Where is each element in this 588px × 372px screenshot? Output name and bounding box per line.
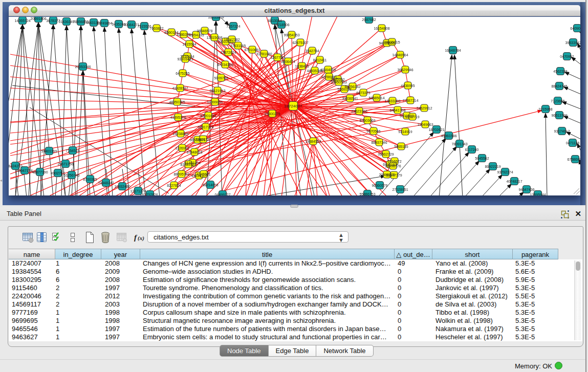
svg-text:81489325: 81489325 xyxy=(180,163,196,166)
svg-text:24238849: 24238849 xyxy=(172,132,188,136)
svg-text:18347382: 18347382 xyxy=(224,38,239,41)
svg-text:74529912: 74529912 xyxy=(416,106,432,110)
svg-text:5045562: 5045562 xyxy=(475,157,489,160)
svg-text:41395376: 41395376 xyxy=(170,116,186,119)
svg-text:87234309: 87234309 xyxy=(217,63,233,67)
svg-text:33872624: 33872624 xyxy=(220,51,236,54)
svg-text:08317278: 08317278 xyxy=(198,125,213,129)
svg-text:13315098: 13315098 xyxy=(206,36,222,39)
svg-text:6073375: 6073375 xyxy=(356,91,370,95)
svg-text:01436349: 01436349 xyxy=(58,20,74,24)
svg-text:19049663: 19049663 xyxy=(417,123,433,126)
svg-text:93174612: 93174612 xyxy=(554,129,570,133)
svg-text:8324210: 8324210 xyxy=(9,164,23,168)
svg-text:60256342: 60256342 xyxy=(344,85,360,89)
svg-text:28498776: 28498776 xyxy=(385,164,401,168)
svg-text:55886753: 55886753 xyxy=(359,192,375,196)
svg-text:6409097: 6409097 xyxy=(570,27,580,30)
svg-text:53147379: 53147379 xyxy=(386,173,402,177)
svg-text:9232719: 9232719 xyxy=(405,115,419,119)
svg-text:4436995: 4436995 xyxy=(401,84,415,87)
svg-text:04499727: 04499727 xyxy=(214,193,230,196)
svg-text:13433200: 13433200 xyxy=(384,99,400,103)
svg-text:40748217: 40748217 xyxy=(506,180,522,183)
svg-text:08835615: 08835615 xyxy=(384,40,400,44)
svg-text:(x): (x) xyxy=(138,235,144,242)
svg-text:08121913: 08121913 xyxy=(209,89,225,93)
svg-text:23623166: 23623166 xyxy=(351,110,367,113)
svg-text:1226916: 1226916 xyxy=(175,146,189,150)
svg-text:39533942: 39533942 xyxy=(565,41,580,45)
svg-text:51256746: 51256746 xyxy=(63,173,79,177)
svg-text:77387214: 77387214 xyxy=(402,99,418,102)
svg-text:29671756: 29671756 xyxy=(57,162,73,166)
svg-text:99854353: 99854353 xyxy=(284,33,299,37)
svg-text:38346578: 38346578 xyxy=(197,29,212,33)
svg-text:1838425: 1838425 xyxy=(295,64,309,68)
svg-text:87603669: 87603669 xyxy=(359,119,375,122)
svg-text:16154808: 16154808 xyxy=(374,27,389,30)
svg-text:4345581: 4345581 xyxy=(197,172,210,176)
svg-text:48877190: 48877190 xyxy=(32,170,48,174)
svg-text:78091343: 78091343 xyxy=(451,142,467,146)
svg-text:3267736: 3267736 xyxy=(270,56,284,59)
svg-text:20450533: 20450533 xyxy=(331,80,346,84)
svg-text:19399091: 19399091 xyxy=(207,100,223,104)
svg-text:16033809: 16033809 xyxy=(208,17,224,19)
svg-text:7663822: 7663822 xyxy=(149,27,163,30)
svg-text:0470952: 0470952 xyxy=(560,55,574,58)
svg-text:06562729: 06562729 xyxy=(378,152,394,156)
svg-text:6716572: 6716572 xyxy=(387,160,401,163)
svg-text:96360576: 96360576 xyxy=(372,184,387,187)
svg-text:27028951: 27028951 xyxy=(392,188,408,191)
svg-text:18702621: 18702621 xyxy=(428,128,444,132)
svg-text:45961586: 45961586 xyxy=(441,134,456,138)
svg-text:40164005: 40164005 xyxy=(320,68,336,72)
svg-text:48350305: 48350305 xyxy=(169,100,185,104)
svg-text:3542784: 3542784 xyxy=(305,49,319,53)
svg-text:8760385: 8760385 xyxy=(83,178,97,181)
svg-text:1615594: 1615594 xyxy=(182,42,196,46)
svg-text:33749894: 33749894 xyxy=(96,21,112,25)
svg-text:10932480: 10932480 xyxy=(114,185,130,188)
svg-text:33036541: 33036541 xyxy=(342,97,358,100)
svg-text:67010651: 67010651 xyxy=(244,48,260,52)
svg-text:7123685: 7123685 xyxy=(551,99,564,103)
svg-text:13171274: 13171274 xyxy=(130,189,146,193)
svg-text:97848018: 97848018 xyxy=(186,150,202,154)
svg-text:94647436: 94647436 xyxy=(518,188,534,191)
svg-text:5009788: 5009788 xyxy=(214,76,228,80)
svg-text:4562328: 4562328 xyxy=(553,70,567,73)
svg-text:37631165: 37631165 xyxy=(230,44,246,48)
svg-text:88937346: 88937346 xyxy=(371,141,387,144)
svg-text:9314919: 9314919 xyxy=(398,130,412,134)
svg-text:86922219: 86922219 xyxy=(485,165,500,168)
svg-text:8813054: 8813054 xyxy=(268,19,281,23)
svg-text:96513709: 96513709 xyxy=(551,114,567,117)
svg-text:20691406: 20691406 xyxy=(30,17,46,20)
svg-text:02654235: 02654235 xyxy=(188,33,204,37)
svg-text:8227824: 8227824 xyxy=(167,184,181,187)
svg-text:2606474: 2606474 xyxy=(281,60,295,63)
svg-text:19384554: 19384554 xyxy=(305,140,321,143)
svg-text:13695944: 13695944 xyxy=(530,193,546,196)
svg-text:6475255: 6475255 xyxy=(176,72,189,75)
svg-text:59401399: 59401399 xyxy=(41,149,57,153)
svg-text:4902787: 4902787 xyxy=(51,171,64,175)
svg-text:58685014: 58685014 xyxy=(368,96,384,100)
svg-text:36629946: 36629946 xyxy=(397,68,413,72)
svg-text:9670546: 9670546 xyxy=(366,129,380,133)
svg-text:64641708: 64641708 xyxy=(389,108,405,112)
svg-text:15300275: 15300275 xyxy=(264,112,280,116)
svg-text:79868727: 79868727 xyxy=(195,138,211,141)
svg-text:18724007: 18724007 xyxy=(284,104,302,108)
svg-text:67586926: 67586926 xyxy=(567,158,580,161)
svg-text:70348247: 70348247 xyxy=(98,181,114,185)
svg-text:14055724: 14055724 xyxy=(14,19,30,23)
svg-text:31781080: 31781080 xyxy=(256,52,272,56)
svg-text:20053346: 20053346 xyxy=(75,65,91,69)
svg-text:6117240: 6117240 xyxy=(465,148,479,151)
svg-text:41928327: 41928327 xyxy=(172,86,188,90)
svg-text:2087682: 2087682 xyxy=(362,18,376,21)
svg-text:16648784: 16648784 xyxy=(445,49,461,52)
